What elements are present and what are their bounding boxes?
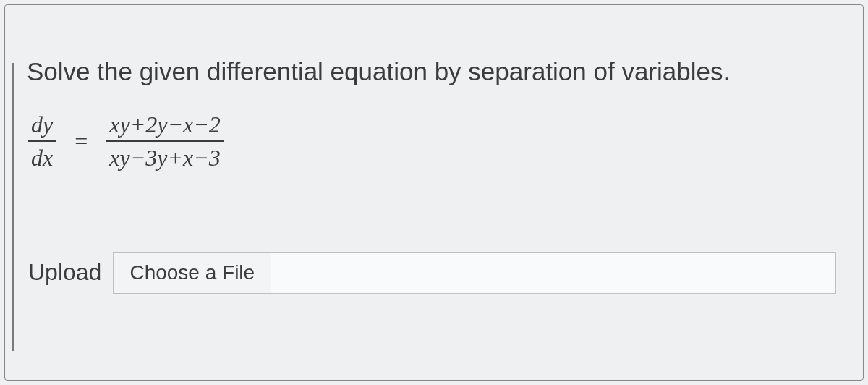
choose-file-button[interactable]: Choose a File <box>114 253 271 293</box>
content-frame: Solve the given differential equation by… <box>4 4 864 381</box>
equation-display: dy dx = xy+2y−x−2 xy−3y+x−3 <box>28 111 224 172</box>
equation-right-fraction: xy+2y−x−2 xy−3y+x−3 <box>106 111 224 172</box>
upload-label: Upload <box>28 259 101 286</box>
equation-equals: = <box>75 128 88 155</box>
equation-right-numerator: xy+2y−x−2 <box>106 111 224 138</box>
equation-left-denominator: dx <box>28 144 56 172</box>
equation-left-bar <box>28 140 56 142</box>
file-input-box[interactable]: Choose a File <box>113 252 836 294</box>
equation-left-fraction: dy dx <box>28 111 56 172</box>
upload-row: Upload Choose a File <box>28 252 841 294</box>
left-rule <box>12 63 14 351</box>
question-title: Solve the given differential equation by… <box>27 57 841 86</box>
equation-left-numerator: dy <box>28 111 56 138</box>
file-name-display <box>271 253 835 293</box>
equation-right-bar <box>106 140 224 142</box>
equation-right-denominator: xy−3y+x−3 <box>106 144 224 172</box>
